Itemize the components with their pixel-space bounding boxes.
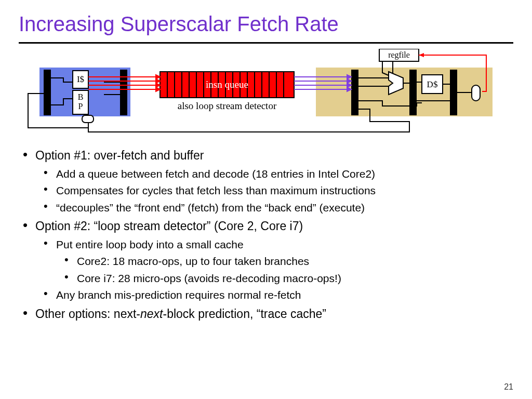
- bullet-option1-b: Compensates for cycles that fetch less t…: [21, 183, 513, 198]
- pipeline-diagram: regfile I$ B P: [19, 49, 517, 138]
- bullet-other: Other options: next-next-block predictio…: [21, 306, 513, 322]
- bullet-option2-a1: Core2: 18 macro-ops, up to four taken br…: [21, 254, 513, 269]
- bullet-option1-a: Add a queue between fetch and decode (18…: [21, 167, 513, 181]
- icache-label: I$: [77, 74, 84, 84]
- bp-label-1: B: [78, 92, 84, 101]
- dcache-label: D$: [427, 79, 438, 89]
- arrowhead-writeback: [419, 53, 424, 57]
- page-number: 21: [504, 382, 513, 392]
- insn-queue-label: insn queue: [206, 79, 248, 90]
- slide-title: Increasing Superscalar Fetch Rate: [19, 12, 513, 36]
- wb-pill: [472, 85, 480, 101]
- latch-issue: [351, 70, 358, 115]
- svg-marker-22: [156, 83, 160, 87]
- svg-marker-20: [156, 79, 160, 83]
- bullet-option2-b: Any branch mis-prediction requires norma…: [21, 288, 513, 302]
- bullet-option1: Option #1: over-fetch and buffer: [21, 148, 513, 164]
- title-underline: [19, 42, 513, 44]
- slide: Increasing Superscalar Fetch Rate regfil…: [0, 0, 532, 399]
- svg-marker-18: [156, 75, 160, 79]
- bullet-option2: Option #2: “loop stream detector” (Core …: [21, 218, 513, 234]
- regfile-label: regfile: [388, 50, 410, 60]
- bullet-option1-c: “decouples” the “front end” (fetch) from…: [21, 201, 513, 215]
- bullet-option2-a2: Core i7: 28 micro-ops (avoids re-decodin…: [21, 271, 513, 286]
- insn-queue-subtitle: also loop stream detector: [178, 100, 277, 111]
- bullet-option2-a: Put entire loop body into a small cache: [21, 237, 513, 252]
- bp-pill: [82, 115, 94, 123]
- latch-mem: [450, 70, 457, 115]
- svg-marker-24: [156, 87, 160, 91]
- bullet-other-pre: Other options: next-: [35, 307, 140, 321]
- latch-pc: [44, 70, 51, 115]
- latch-ex: [409, 70, 417, 115]
- bullet-list: Option #1: over-fetch and buffer Add a q…: [21, 148, 513, 322]
- bullet-other-ital: next: [140, 307, 163, 321]
- bp-label-2: P: [78, 102, 83, 111]
- bullet-other-post: -block prediction, “trace cache”: [163, 307, 326, 321]
